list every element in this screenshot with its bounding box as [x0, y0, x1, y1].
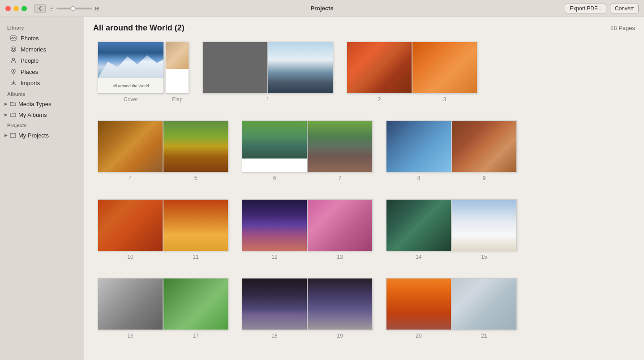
- page-2-photo: [347, 42, 412, 94]
- flap-item[interactable]: Flap: [166, 42, 189, 103]
- chevron-icon-3: ▶: [4, 133, 8, 137]
- traffic-lights: [5, 6, 27, 11]
- page-14-photo: [386, 199, 451, 251]
- sidebar-group-my-albums[interactable]: ▶ My Albums: [0, 109, 84, 120]
- page-4-label: 4: [129, 175, 132, 181]
- photos-icon: [10, 34, 17, 42]
- cover-text: All around the World: [98, 78, 163, 94]
- export-pdf-button[interactable]: Export PDF...: [565, 4, 606, 13]
- pages-row-2: 4 5 6 7: [98, 120, 631, 181]
- flap-page: [166, 42, 189, 94]
- convert-button[interactable]: Convert: [610, 4, 639, 13]
- maximize-button[interactable]: [21, 6, 27, 11]
- sidebar: Library Photos Memories: [0, 17, 84, 360]
- page-3-label: 3: [443, 96, 447, 103]
- places-icon: [10, 68, 17, 75]
- sidebar-group-my-projects[interactable]: ▶ My Projects: [0, 130, 84, 141]
- page-14-label: 14: [416, 254, 421, 260]
- spread-1[interactable]: 1: [202, 42, 333, 103]
- page-17-photo: [163, 278, 228, 330]
- projects-section-label: Projects: [0, 120, 84, 130]
- spread-14-15[interactable]: 14 15: [386, 199, 517, 260]
- my-projects-icon: [9, 132, 17, 139]
- page-9-photo: [451, 120, 517, 172]
- pages-row-3: 10 11 12 13: [98, 199, 631, 260]
- flap-photo: [166, 42, 189, 69]
- page-20-photo: [386, 278, 451, 330]
- zoom-slider[interactable]: [56, 8, 92, 9]
- page-5-label: 5: [194, 175, 197, 181]
- sidebar-item-memories[interactable]: Memories: [3, 44, 81, 55]
- page-1-right-photo: [268, 42, 333, 94]
- page-19-label: 19: [337, 333, 343, 339]
- my-projects-label: My Projects: [18, 132, 49, 139]
- main-layout: Library Photos Memories: [0, 17, 644, 360]
- close-button[interactable]: [5, 6, 11, 11]
- page-7-label: 7: [339, 175, 342, 181]
- titlebar-right: Export PDF... Convert: [565, 4, 639, 13]
- cover-mountain-photo: [98, 42, 163, 78]
- pages-grid: All around the World Cover Flap: [84, 37, 644, 352]
- cover-item[interactable]: All around the World Cover: [98, 42, 164, 103]
- page-21-photo: [451, 278, 517, 330]
- folder-icon: [9, 100, 17, 107]
- page-20-label: 20: [416, 333, 421, 339]
- page-10-label: 10: [127, 254, 133, 260]
- spread-6-7[interactable]: 6 7: [242, 120, 373, 181]
- library-section-label: Library: [0, 22, 84, 32]
- page-19-photo: [307, 278, 373, 330]
- pages-row-4: 16 17 18 19: [98, 278, 631, 339]
- titlebar-left: ⊟ ⊞: [5, 4, 99, 13]
- content-area: All around the World (2) 28 Pages All ar…: [84, 17, 644, 360]
- page-8-photo: [386, 120, 451, 172]
- spread-20-21[interactable]: 20 21: [386, 278, 517, 339]
- page-16-photo: [98, 278, 163, 330]
- sidebar-item-people[interactable]: People: [3, 55, 81, 66]
- minimize-button[interactable]: [13, 6, 19, 11]
- page-13-label: 13: [337, 254, 343, 260]
- media-types-label: Media Types: [18, 101, 51, 107]
- spread-18-19[interactable]: 18 19: [242, 278, 373, 339]
- back-button[interactable]: [34, 4, 46, 13]
- places-label: Places: [21, 69, 38, 75]
- spread-10-11[interactable]: 10 11: [98, 199, 228, 260]
- chevron-icon: ▶: [4, 102, 8, 106]
- memories-icon: [10, 46, 17, 53]
- zoom-in-icon: ⊞: [95, 5, 99, 12]
- spread-2-3[interactable]: 2 3: [347, 42, 477, 103]
- page-17-label: 17: [193, 333, 198, 339]
- svg-point-3: [13, 48, 15, 51]
- spread-16-17[interactable]: 16 17: [98, 278, 228, 339]
- page-16-label: 16: [127, 333, 133, 339]
- page-18-photo: [242, 278, 307, 330]
- page-1-label: 1: [266, 96, 270, 103]
- svg-rect-6: [10, 133, 16, 137]
- page-11-photo: [163, 199, 228, 251]
- page-13-photo: [307, 199, 373, 251]
- page-15-label: 15: [481, 254, 487, 260]
- spread-4-5[interactable]: 4 5: [98, 120, 228, 181]
- zoom-out-icon: ⊟: [49, 5, 54, 12]
- flap-label: Flap: [172, 96, 182, 103]
- zoom-controls: ⊟ ⊞: [49, 5, 99, 12]
- spread-12-13[interactable]: 12 13: [242, 199, 373, 260]
- page-8-label: 8: [417, 175, 421, 181]
- my-albums-folder-icon: [9, 111, 17, 118]
- cover-page: All around the World: [98, 42, 164, 94]
- sidebar-item-photos[interactable]: Photos: [3, 33, 81, 43]
- page-7-photo: [307, 120, 373, 172]
- window-title: Projects: [310, 5, 333, 12]
- page-10-photo: [98, 199, 163, 251]
- sidebar-item-places[interactable]: Places: [3, 66, 81, 77]
- sidebar-item-imports[interactable]: Imports: [3, 77, 81, 88]
- zoom-thumb: [71, 6, 75, 11]
- spread-8-9[interactable]: 8 9: [386, 120, 517, 181]
- page-15-photo: [451, 199, 517, 251]
- page-5-photo: [163, 120, 228, 172]
- svg-point-5: [13, 70, 14, 72]
- sidebar-group-media-types[interactable]: ▶ Media Types: [0, 99, 84, 109]
- page-4-photo: [98, 120, 163, 172]
- people-icon: [10, 57, 17, 64]
- page-1-left-photo: [202, 42, 268, 94]
- page-21-label: 21: [481, 333, 487, 339]
